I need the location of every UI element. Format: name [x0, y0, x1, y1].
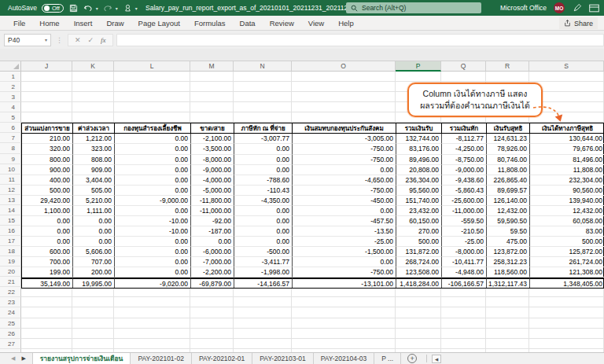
table-cell[interactable]: 0.00 [115, 175, 191, 186]
ribbon-tab-view[interactable]: View [301, 16, 331, 30]
table-cell[interactable]: 236,304.00 [396, 175, 442, 186]
table-cell[interactable]: -3,411.77 [234, 257, 293, 267]
table-cell[interactable]: 0.00 [22, 216, 73, 226]
cells-area[interactable]: ส่วนแบ่งการขายค่าล่วงเวลากองทุนสำรองเลี้… [21, 72, 604, 352]
table-cell[interactable]: 59.50 [487, 226, 530, 237]
table-cell[interactable]: 81,496.00 [530, 155, 604, 165]
table-cell[interactable]: 0.00 [115, 206, 191, 216]
table-cell[interactable]: -10,411.77 [442, 257, 487, 267]
search-box[interactable]: Search (Alt+Q) [346, 2, 481, 13]
row-header-3[interactable]: 3 [0, 92, 21, 102]
column-header-J[interactable]: J [21, 61, 72, 72]
table-cell[interactable]: 131,872.00 [396, 247, 442, 257]
table-cell[interactable]: -8,750.00 [442, 155, 487, 165]
column-header-M[interactable]: M [190, 61, 234, 72]
table-cell[interactable]: -4,000.00 [191, 175, 234, 186]
pen-inking-icon[interactable] [572, 3, 582, 13]
row-header-17[interactable]: 17 [0, 236, 21, 246]
table-cell[interactable]: 23,432.00 [396, 206, 442, 216]
table-cell[interactable]: 0.00 [22, 226, 73, 237]
row-header-20[interactable]: 20 [0, 267, 21, 277]
table-cell[interactable]: -6,000.00 [191, 247, 234, 257]
redo-dropdown-icon[interactable]: ▾ [116, 6, 118, 11]
row-header-6[interactable]: 6 [0, 123, 21, 133]
table-cell[interactable]: 126,140.00 [487, 196, 530, 206]
table-total-cell[interactable]: -69,879.00 [191, 278, 234, 288]
row-header-15[interactable]: 15 [0, 215, 21, 226]
row-header-19[interactable]: 19 [0, 256, 21, 267]
table-cell[interactable]: 5,210.00 [73, 196, 115, 206]
table-cell[interactable]: 700.00 [22, 257, 73, 267]
table-cell[interactable]: 0.00 [115, 134, 191, 144]
table-total-cell[interactable]: 1,418,284.00 [396, 278, 442, 288]
table-total-cell[interactable]: 1,312,117.43 [487, 278, 530, 288]
table-cell[interactable]: 600.00 [22, 247, 73, 257]
table-cell[interactable]: -500.00 [234, 247, 293, 257]
table-cell[interactable]: -5,860.43 [442, 186, 487, 196]
column-header-K[interactable]: K [72, 61, 114, 72]
row-header-22[interactable]: 22 [0, 287, 21, 297]
table-cell[interactable]: 0.00 [115, 257, 191, 267]
table-total-cell[interactable]: 1,348,405.00 [530, 278, 604, 288]
column-header-S[interactable]: S [529, 61, 604, 72]
table-cell[interactable]: -450.00 [293, 196, 396, 206]
table-cell[interactable]: -750.00 [293, 186, 396, 196]
table-cell[interactable]: 0.00 [234, 216, 293, 226]
table-cell[interactable]: 118,560.00 [487, 267, 530, 278]
table-cell[interactable]: -4,350.00 [234, 196, 293, 206]
row-header-18[interactable]: 18 [0, 246, 21, 256]
row-header-27[interactable]: 27 [0, 339, 21, 349]
table-cell[interactable]: 268,724.00 [396, 257, 442, 267]
table-cell[interactable]: -559.50 [442, 216, 487, 226]
insert-function-icon[interactable]: fx [101, 36, 106, 44]
table-header-cell[interactable]: เงินได้ทางภาษีสุทธิ [530, 123, 604, 134]
table-cell[interactable]: 0.00 [293, 165, 396, 175]
table-cell[interactable]: 505.00 [73, 186, 115, 196]
table-header-cell[interactable]: เงินรับสุทธิ [487, 123, 530, 134]
select-all-corner[interactable] [0, 61, 21, 72]
table-cell[interactable]: -750.00 [293, 155, 396, 165]
table-cell[interactable]: -9,438.60 [442, 175, 487, 186]
table-cell[interactable]: 0.00 [115, 237, 191, 247]
table-cell[interactable]: -1,998.00 [234, 267, 293, 278]
table-cell[interactable]: -8,000.00 [442, 247, 487, 257]
table-cell[interactable]: 0.00 [115, 267, 191, 278]
ribbon-tab-home[interactable]: Home [32, 16, 66, 30]
column-header-P[interactable]: P [396, 61, 441, 72]
table-cell[interactable]: 130,644.00 [530, 134, 604, 144]
column-header-Q[interactable]: Q [441, 61, 486, 72]
sheet-nav-next-icon[interactable]: ▶ [21, 355, 25, 362]
table-cell[interactable]: -457.50 [293, 216, 396, 226]
table-cell[interactable]: 11,808.00 [530, 165, 604, 175]
table-cell[interactable]: 0.00 [73, 216, 115, 226]
stamp-icon[interactable] [123, 3, 133, 13]
table-cell[interactable]: 0.00 [234, 165, 293, 175]
table-cell[interactable]: 20,808.00 [396, 165, 442, 175]
ribbon-tab-draw[interactable]: Draw [99, 16, 131, 30]
table-cell[interactable]: 500.00 [22, 186, 73, 196]
hscroll-left-icon[interactable]: ◀ [432, 355, 441, 363]
ribbon-tab-page-layout[interactable]: Page Layout [131, 16, 187, 30]
table-cell[interactable]: 909.00 [73, 165, 115, 175]
table-cell[interactable]: 210.00 [22, 134, 73, 144]
table-cell[interactable]: 123,872.00 [487, 247, 530, 257]
table-cell[interactable]: 12,432.00 [487, 206, 530, 216]
table-total-cell[interactable]: -106,166.57 [442, 278, 487, 288]
table-cell[interactable]: 261,724.00 [530, 257, 604, 267]
table-cell[interactable]: 125,872.00 [530, 247, 604, 257]
row-header-21[interactable]: 21 [0, 277, 21, 287]
table-cell[interactable]: -25,600.00 [442, 196, 487, 206]
table-cell[interactable]: 0.00 [234, 226, 293, 237]
name-box-dropdown-icon[interactable]: ▾ [45, 37, 47, 42]
table-cell[interactable]: 0.00 [115, 165, 191, 175]
undo-dropdown-icon[interactable]: ▾ [96, 6, 98, 11]
table-cell[interactable]: 0.00 [115, 186, 191, 196]
table-cell[interactable]: -92.00 [191, 216, 234, 226]
formula-input[interactable] [116, 34, 604, 46]
ribbon-tab-formulas[interactable]: Formulas [187, 16, 233, 30]
table-cell[interactable]: 270.00 [396, 226, 442, 237]
table-cell[interactable]: 0.00 [293, 257, 396, 267]
table-cell[interactable]: -25.00 [442, 237, 487, 247]
table-header-cell[interactable]: ค่าล่วงเวลา [73, 123, 115, 134]
table-cell[interactable]: 0.00 [115, 247, 191, 257]
